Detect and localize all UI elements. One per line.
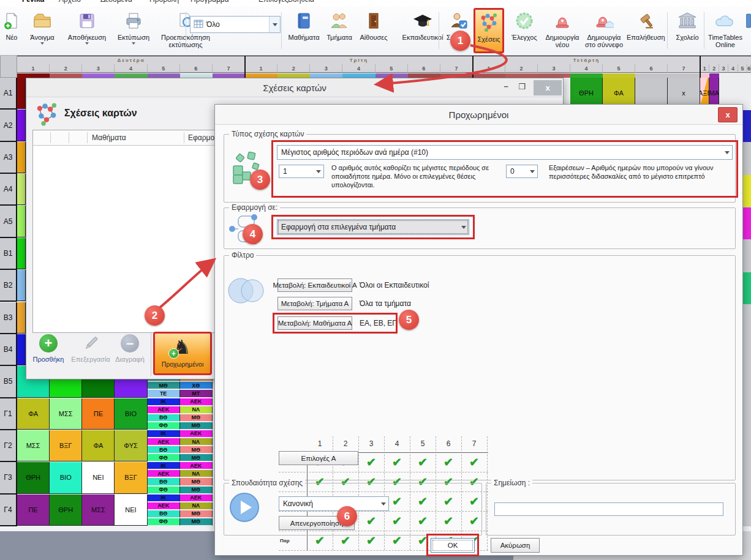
timetable-cell[interactable]: ΝΕΙ <box>82 462 115 493</box>
relations-button[interactable]: Σχέσεις <box>474 8 504 53</box>
cut-ribbon-button[interactable] <box>746 8 751 53</box>
menu-tab-data[interactable]: Δεδομένα <box>98 0 135 6</box>
cell-sliver[interactable] <box>17 110 26 141</box>
timetable-mini-cell[interactable]: ΒΘ <box>148 510 180 518</box>
timetable-mini-cell[interactable]: ΑΕΚ <box>148 502 180 510</box>
row-label[interactable]: Γ4 <box>0 495 17 526</box>
row-label[interactable]: B4 <box>0 334 17 366</box>
timetable-cell[interactable]: ΦΥΣ <box>115 430 147 461</box>
timetable-mini-cell[interactable]: ΜΘ <box>180 487 213 494</box>
column-header-lessons[interactable]: Μαθήματα <box>92 130 126 145</box>
change-lessons-button[interactable]: Μεταβολή: Μαθήματα Α <box>277 316 352 330</box>
timetable-cell[interactable]: ΠΕ <box>82 398 115 430</box>
edit-button[interactable]: Επεξεργασία <box>70 330 111 380</box>
print-dropdown-arrow[interactable] <box>132 42 135 45</box>
classes-button[interactable]: Τμήματα <box>323 8 356 53</box>
timetable-mini-cell[interactable]: ΒΘ <box>148 446 180 454</box>
cell-sliver[interactable] <box>17 238 26 269</box>
row-label[interactable]: Γ3 <box>0 462 17 494</box>
advanced-dialog-titlebar[interactable]: Προχωρημένοι <box>215 105 742 125</box>
view-combo-arrow[interactable] <box>269 17 280 32</box>
grid-check-cell[interactable]: ✔ <box>461 452 487 472</box>
timetable-mini-cell[interactable]: ΙΚ <box>148 398 180 406</box>
menu-tab-general[interactable]: Γενικά <box>20 0 47 6</box>
options-a-button[interactable]: Επιλογές Α <box>279 451 358 465</box>
timetable-mini-cell[interactable]: ΧΘ <box>180 382 213 389</box>
timetable-mini-cell[interactable]: ΝΛ <box>180 470 213 477</box>
grid-check-cell[interactable]: ✔ <box>410 452 436 472</box>
timetable-mini-cell[interactable]: ΜΘ <box>180 446 213 454</box>
cell-sliver[interactable] <box>743 175 751 207</box>
cell-sliver[interactable] <box>17 174 26 205</box>
timetable-mini-cell[interactable]: ΝΛ <box>180 438 213 446</box>
open-dropdown-arrow[interactable] <box>40 42 44 45</box>
timetable-cell[interactable]: ΜΣΣ <box>17 430 50 461</box>
timetable-mini-cell[interactable]: ΒΘ <box>148 478 180 485</box>
timetable-cell[interactable]: ΘΡΗ <box>17 462 50 493</box>
menu-tab-program[interactable]: Πρόγραμμα <box>188 0 232 6</box>
timetable-mini-cell[interactable]: ΑΕΚ <box>148 438 180 446</box>
timetable-mini-cell[interactable]: ΜΘ <box>180 414 213 422</box>
timetable-mini-cell[interactable]: ΜΘ <box>148 382 180 389</box>
save-dropdown-arrow[interactable] <box>85 42 89 45</box>
row-label[interactable]: A3 <box>0 142 17 174</box>
grid-check-cell[interactable]: ✔ <box>384 452 410 472</box>
row-label[interactable]: A2 <box>0 110 17 141</box>
row-label[interactable]: A5 <box>0 206 17 237</box>
timetable-mini-cell[interactable]: ΦΘ <box>148 487 180 494</box>
grid-check-cell[interactable]: ✔ <box>436 452 461 472</box>
timetable-mini-cell[interactable]: ΙΚ <box>148 430 180 438</box>
timetable-mini-cell[interactable]: ΜΘ <box>180 518 213 526</box>
timetable-cell[interactable]: ΜΣΣ <box>82 495 115 526</box>
school-button[interactable]: Σχολείο <box>671 8 703 53</box>
menu-tab-help[interactable]: Βοήθεια <box>285 0 317 6</box>
apply-dropdown[interactable]: Εφαρμογή στα επιλεγμένα τμήματα <box>277 219 469 235</box>
generate-new-button[interactable]: Δημιουργία νέου <box>543 8 582 53</box>
timetable-mini-cell[interactable]: ΤΕ <box>148 390 180 397</box>
timetable-mini-cell[interactable]: ΦΘ <box>148 422 180 430</box>
menu-tab-view[interactable]: Προβολή <box>147 0 181 6</box>
timetable-mini-cell[interactable]: ΜΘ <box>180 510 213 518</box>
timetable-cell[interactable]: ΝΕΙ <box>115 495 147 526</box>
add-button[interactable]: + Προσθήκη <box>26 330 70 380</box>
lessons-button[interactable]: Μαθήματα <box>285 8 322 53</box>
change-classes-button[interactable]: Μεταβολή: Τμήματα Α <box>277 297 352 310</box>
verify-button[interactable]: Επαλήθευση <box>626 8 665 53</box>
row-label[interactable]: Γ2 <box>0 430 17 462</box>
cell-sliver[interactable] <box>17 206 26 237</box>
advanced-close-button[interactable]: x <box>718 107 738 122</box>
timetable-mini-cell[interactable]: ΙΚ <box>148 495 180 502</box>
change-teachers-button[interactable]: Μεταβολή: Εκπαιδευτικοί Α <box>277 278 352 292</box>
advanced-button[interactable]: ♞ + Προχωρημένοι <box>153 332 212 375</box>
timetable-cell[interactable]: ΠΕ <box>17 495 50 526</box>
timetable-mini-cell[interactable]: ΜΘ <box>180 454 213 461</box>
maximize-button[interactable]: ❒ <box>515 80 529 94</box>
cell-sliver[interactable] <box>17 270 26 301</box>
row-label[interactable]: A4 <box>0 174 17 206</box>
menu-tab-file[interactable]: Αρχείο <box>56 0 83 6</box>
timetable-cell[interactable]: ΦΑ <box>82 430 115 461</box>
timetable-cell[interactable]: ΘΡΗ <box>50 495 82 526</box>
timetable-mini-cell[interactable]: ΜΤ <box>180 390 213 397</box>
cell-sliver[interactable] <box>743 110 751 142</box>
cancel-button[interactable]: Ακύρωση <box>491 538 540 553</box>
timetable-mini-cell[interactable]: ΝΛ <box>180 502 213 510</box>
cell-sliver[interactable] <box>17 334 26 365</box>
view-combo[interactable]: Όλο <box>190 16 281 33</box>
timetable-mini-cell[interactable]: ΦΘ <box>148 518 180 526</box>
minimize-button[interactable]: – <box>499 80 513 93</box>
timetable-mini-cell[interactable]: ΑΕΚ <box>180 495 213 502</box>
cell-sliver[interactable] <box>17 78 26 109</box>
row-label[interactable]: A1 <box>0 78 17 110</box>
timetable-mini-cell[interactable]: ΑΕΚ <box>180 462 213 469</box>
timetable-mini-cell[interactable]: ΒΘ <box>148 414 180 422</box>
rooms-button[interactable]: Αίθουσες <box>357 8 391 53</box>
timetable-mini-cell[interactable]: ΙΚ <box>148 462 180 469</box>
cell-sliver[interactable] <box>17 142 26 173</box>
row-label[interactable]: B2 <box>0 270 17 302</box>
type-dropdown[interactable]: Μέγιστος αριθμός περιόδων ανά ημέρα (#10… <box>277 145 733 160</box>
timetable-mini-cell[interactable]: ΑΕΚ <box>180 398 213 406</box>
save-button[interactable]: Αποθήκευση <box>61 8 113 53</box>
timetable-mini-cell[interactable]: ΝΛ <box>180 406 213 414</box>
cell-sliver[interactable] <box>743 207 751 239</box>
